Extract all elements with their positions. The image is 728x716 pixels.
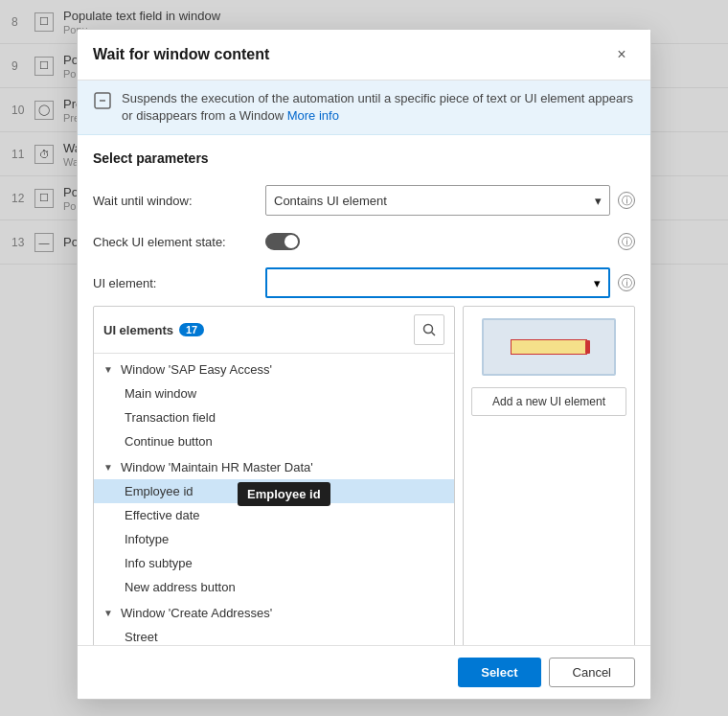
ui-element-row: UI element: ▾ ⓘ (78, 260, 650, 306)
modal-header: Wait for window content × (78, 30, 650, 81)
section-title: Select parameters (78, 150, 650, 177)
close-button[interactable]: × (608, 41, 635, 68)
wait-until-info-icon[interactable]: ⓘ (618, 192, 635, 209)
collapse-arrow-1: ▼ (103, 364, 117, 375)
cancel-button[interactable]: Cancel (549, 658, 635, 687)
modal-body: Select parameters Wait until window: Con… (78, 135, 650, 645)
check-state-label: Check UI element state: (93, 235, 265, 249)
tree-parent-hr[interactable]: ▼ Window 'Maintain HR Master Data' (94, 455, 454, 479)
svg-line-3 (432, 333, 436, 336)
ui-element-preview (482, 318, 616, 376)
ui-elements-area: UI elements 17 ▼ (93, 306, 635, 645)
info-banner-icon (93, 91, 112, 117)
ui-elements-panel: UI elements 17 ▼ (93, 306, 455, 645)
toggle-container (265, 233, 300, 250)
wait-until-row: Wait until window: Contains UI element ▾… (78, 177, 650, 223)
check-state-toggle[interactable] (265, 233, 300, 250)
employee-id-tooltip: Employee id (238, 482, 330, 506)
ui-element-dropdown[interactable]: ▾ (265, 267, 610, 298)
tree-child-main-window[interactable]: Main window (94, 381, 454, 405)
preview-panel: Add a new UI element (463, 306, 635, 645)
ui-element-info-icon[interactable]: ⓘ (618, 274, 635, 291)
tree-child-transaction-field[interactable]: Transaction field (94, 405, 454, 429)
chevron-down-icon: ▾ (595, 194, 602, 208)
wait-until-label: Wait until window: (93, 194, 265, 208)
modal-dialog: Wait for window content × Suspends the e… (77, 29, 651, 700)
tree-child-new-address-button[interactable]: New address button (94, 575, 454, 599)
tree-parent-sap[interactable]: ▼ Window 'SAP Easy Access' (94, 358, 454, 381)
panel-title: UI elements (103, 323, 173, 337)
collapse-arrow-3: ▼ (103, 608, 117, 618)
more-info-link[interactable]: More info (287, 108, 339, 123)
check-state-control: ⓘ (265, 233, 635, 250)
tree-child-infotype[interactable]: Infotype (94, 527, 454, 551)
check-state-row: Check UI element state: ⓘ (78, 223, 650, 260)
select-button[interactable]: Select (458, 658, 540, 687)
svg-point-2 (424, 325, 433, 334)
info-banner: Suspends the execution of the automation… (78, 81, 650, 135)
wait-until-dropdown[interactable]: Contains UI element ▾ (265, 185, 610, 216)
check-state-info-icon[interactable]: ⓘ (618, 233, 635, 250)
tree-parent-addresses[interactable]: ▼ Window 'Create Addresses' (94, 601, 454, 625)
info-banner-text: Suspends the execution of the automation… (122, 90, 635, 125)
tree-group-1: ▼ Window 'SAP Easy Access' Main window T… (94, 358, 454, 453)
ui-element-control: ▾ ⓘ (265, 267, 635, 298)
tree-child-effective-date[interactable]: Effective date (94, 503, 454, 527)
collapse-arrow-2: ▼ (103, 462, 117, 473)
tree-child-street[interactable]: Street (94, 625, 454, 645)
ui-element-label: UI element: (93, 276, 265, 290)
add-ui-element-button[interactable]: Add a new UI element (471, 387, 626, 416)
modal-overlay: Wait for window content × Suspends the e… (0, 0, 728, 716)
modal-footer: Select Cancel (78, 645, 650, 699)
chevron-down-icon-2: ▾ (594, 276, 601, 290)
tree-child-info-subtype[interactable]: Info subtype (94, 551, 454, 575)
panel-header: UI elements 17 (94, 307, 454, 354)
tree-group-2: ▼ Window 'Maintain HR Master Data' Emplo… (94, 455, 454, 599)
tree-group-3: ▼ Window 'Create Addresses' Street City … (94, 601, 454, 645)
tree-child-continue-button[interactable]: Continue button (94, 429, 454, 453)
ui-elements-badge: 17 (179, 323, 204, 336)
toggle-thumb (284, 235, 298, 248)
search-button[interactable] (414, 314, 444, 345)
wait-until-control: Contains UI element ▾ ⓘ (265, 185, 635, 216)
modal-title: Wait for window content (93, 46, 269, 63)
